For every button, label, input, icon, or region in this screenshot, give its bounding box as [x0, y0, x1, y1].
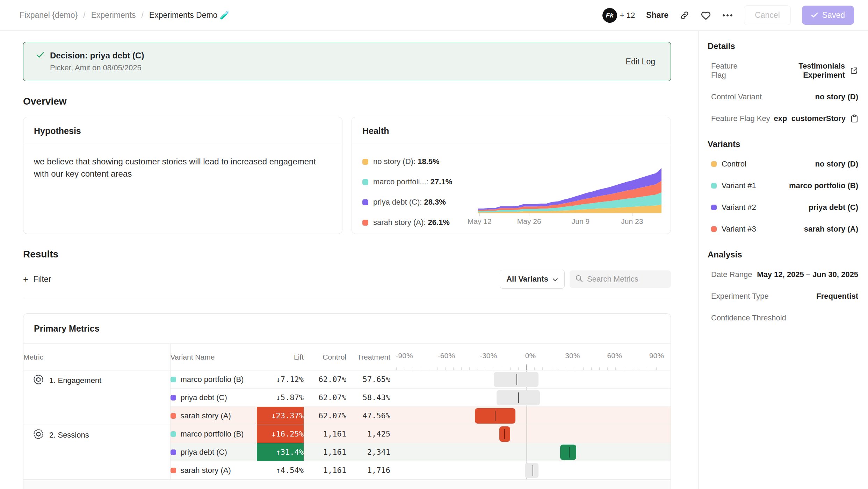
check-icon — [811, 10, 818, 20]
breadcrumb-item[interactable]: Experiments — [91, 10, 136, 20]
variant-row: Variant #3sarah story (A) — [703, 225, 859, 234]
analysis-section: Analysis Date RangeMay 12, 2025 – Jun 30… — [703, 250, 859, 323]
edit-log-button[interactable]: Edit Log — [626, 57, 655, 66]
legend-label: marco portfoli...: 27.1% — [373, 177, 452, 186]
add-metric-button[interactable]: + Add — [23, 480, 671, 489]
axis-tick — [615, 367, 616, 370]
axis-tick — [640, 367, 640, 370]
metric-name-cell: 1. Engagement — [23, 370, 170, 425]
decision-check-icon — [36, 51, 44, 60]
confidence-interval-mark — [495, 411, 496, 421]
x-axis-tick — [479, 213, 480, 216]
add-filter-button[interactable]: + Filter — [23, 274, 51, 285]
axis-tick — [567, 367, 567, 370]
col-header-treatment: Treatment — [346, 344, 390, 370]
variant-name-cell: sarah story (A) — [170, 461, 257, 480]
axis-tick — [396, 367, 397, 370]
col-header-control: Control — [304, 344, 346, 370]
x-axis-tick-label: May 26 — [517, 217, 541, 226]
variant-name-label: sarah story (A) — [181, 466, 231, 475]
variant-name-label: priya debt (C) — [181, 448, 227, 457]
col-header-lift-axis: -90%-60%-30%0%30%60%90% — [390, 344, 671, 370]
confidence-interval-area — [391, 370, 661, 388]
axis-tick — [502, 367, 502, 370]
axis-tick-label: -60% — [438, 352, 455, 360]
analysis-row: Date RangeMay 12, 2025 – Jun 30, 2025 — [703, 270, 859, 279]
copy-link-button[interactable] — [680, 10, 689, 20]
details-heading: Details — [708, 41, 859, 51]
axis-tick — [453, 367, 454, 370]
search-metrics-box[interactable] — [570, 270, 671, 288]
zero-percent-line — [526, 425, 527, 443]
metric-variant-row[interactable]: 1. Engagementmarco portfolio (B)↓7.12%62… — [23, 370, 671, 389]
confidence-interval-cell — [390, 461, 671, 480]
favorite-button[interactable] — [701, 10, 711, 20]
detail-value: Testimonials Experiment — [755, 62, 858, 80]
ellipsis-icon — [722, 14, 733, 17]
plus-icon: + — [34, 488, 39, 489]
breadcrumb-item[interactable]: Fixpanel {demo} — [20, 10, 78, 20]
axis-tick — [518, 367, 519, 370]
confidence-interval-mark — [504, 429, 505, 439]
topbar-actions: Fk + 12 Share Cancel — [602, 5, 854, 25]
confidence-interval-bar — [560, 445, 576, 460]
details-section: Details Feature FlagTestimonials Experim… — [703, 41, 859, 123]
x-axis-tick — [632, 213, 632, 216]
share-button[interactable]: Share — [646, 10, 668, 20]
axis-tick — [632, 367, 632, 370]
detail-row: Feature FlagTestimonials Experiment — [703, 62, 859, 80]
decision-subtitle: Picker, Amit on 08/05/2025 — [50, 63, 144, 72]
hypothesis-body: we believe that showing customer stories… — [23, 145, 331, 191]
confidence-interval-mark — [516, 374, 517, 385]
axis-tick — [607, 367, 608, 370]
health-chart-x-axis: May 12May 26Jun 9Jun 23 — [478, 213, 661, 227]
axis-tick — [486, 367, 486, 370]
saved-button[interactable]: Saved — [802, 6, 854, 25]
metric-name-label: 2. Sessions — [49, 431, 89, 440]
analysis-value: Frequentist — [816, 292, 858, 301]
treatment-value-cell: 57.65% — [346, 370, 390, 389]
cancel-button[interactable]: Cancel — [744, 5, 791, 25]
variant-color-chip — [171, 468, 176, 473]
breadcrumb-item[interactable]: Experiments Demo 🧪 — [149, 10, 230, 20]
external-link-icon[interactable] — [850, 66, 858, 75]
variant-key: Variant #1 — [711, 181, 756, 190]
treatment-value-cell: 2,341 — [346, 443, 390, 461]
confidence-interval-bar — [497, 390, 540, 405]
legend-color-chip — [362, 179, 368, 185]
primary-metrics-title: Primary Metrics — [23, 314, 671, 343]
decision-title: Decision: priya debt (C) — [50, 51, 144, 61]
control-value-cell: 62.07% — [304, 370, 346, 389]
analysis-row: Experiment TypeFrequentist — [703, 292, 859, 301]
all-variants-dropdown[interactable]: All Variants — [500, 270, 565, 289]
avatar-group[interactable]: Fk + 12 — [602, 8, 635, 23]
axis-tick — [413, 367, 413, 370]
x-axis-tick-label: Jun 9 — [572, 217, 589, 226]
analysis-label: Experiment Type — [711, 292, 769, 301]
primary-metrics-table: Metric Variant Name Lift Control Treatme… — [23, 343, 671, 480]
axis-tick-strip — [391, 364, 661, 370]
avatar[interactable]: Fk — [602, 8, 617, 23]
results-heading: Results — [23, 249, 671, 260]
variant-color-chip — [711, 183, 717, 189]
metric-name: 1. Engagement — [23, 374, 170, 387]
top-bar: Fixpanel {demo}/Experiments/Experiments … — [0, 0, 868, 31]
variant-key: Control — [711, 160, 746, 169]
variant-key-label: Variant #2 — [722, 203, 756, 212]
x-axis-tick-label: May 12 — [468, 217, 492, 226]
variant-key: Variant #2 — [711, 203, 756, 212]
treatment-value-cell: 1,425 — [346, 425, 390, 443]
variant-name-label: priya debt (C) — [181, 393, 227, 402]
legend-label: priya debt (C): 28.3% — [373, 198, 446, 207]
detail-label: Feature Flag Key — [711, 114, 770, 123]
search-metrics-input[interactable] — [587, 275, 665, 284]
variant-name-cell: marco portfolio (B) — [170, 425, 257, 443]
copy-icon[interactable] — [851, 114, 858, 123]
confidence-interval-area — [391, 443, 661, 461]
more-menu-button[interactable] — [722, 14, 733, 17]
x-axis-tick-label: Jun 23 — [621, 217, 643, 226]
lift-value-cell: ↓5.87% — [257, 389, 304, 407]
health-legend-item: sarah story (A): 26.1% — [362, 218, 478, 227]
axis-tick-label: 90% — [649, 352, 664, 360]
metric-variant-row[interactable]: 2. Sessionsmarco portfolio (B)↓16.25%1,1… — [23, 425, 671, 443]
